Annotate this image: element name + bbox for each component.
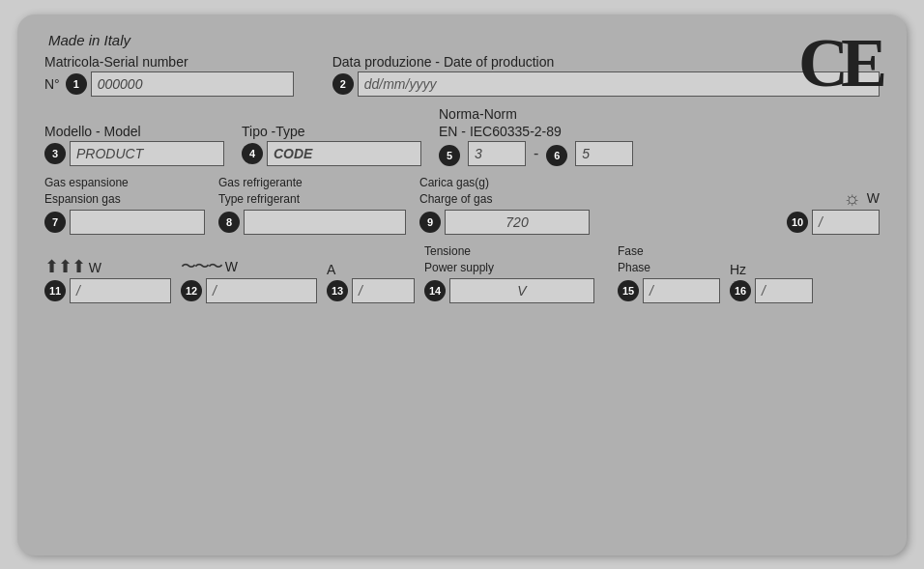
model-section: Modello - Model 3 PRODUCT: [44, 124, 224, 166]
hz-symbol-row: Hz: [730, 262, 880, 277]
gas-expansion-section: Gas espansione Espansion gas 7: [44, 176, 205, 235]
norma-box2: 5: [575, 141, 633, 166]
tipo-label: Tipo -Type: [242, 124, 421, 139]
sun-header-row: ☼ W: [843, 187, 880, 210]
tensione-box: V: [449, 278, 594, 303]
sun-field-row: 10 /: [787, 210, 880, 235]
carica-label2: Charge of gas: [419, 192, 603, 208]
norma-box1: 3: [468, 141, 526, 166]
field3-num: 3: [44, 143, 66, 164]
carica-label1: Carica gas(g): [419, 176, 603, 191]
ce-mark: CE: [798, 28, 880, 98]
el3-section: A 13 /: [327, 262, 415, 303]
el1-box: /: [70, 278, 171, 303]
el1-w-label: W: [89, 260, 101, 275]
row-electrical: ⬆⬆⬆ W 11 / 〜〜〜 W 12 /: [44, 244, 880, 303]
field14-num: 14: [424, 280, 446, 301]
fase-section: Fase Phase 15 /: [618, 244, 720, 303]
fase-box: /: [643, 278, 720, 303]
tensione-label2: Power supply: [424, 261, 608, 276]
model-label: Modello - Model: [44, 124, 224, 139]
tensione-section: Tensione Power supply 14 V: [424, 244, 608, 303]
hz-box: /: [755, 278, 813, 303]
carica-box: 720: [445, 210, 590, 235]
gas-exp-label1: Gas espansione: [44, 176, 205, 191]
tipo-section: Tipo -Type 4 CODE: [242, 124, 421, 166]
serial-field-row: N° 1 000000: [44, 71, 294, 97]
tipo-field-row: 4 CODE: [242, 141, 421, 166]
product-box: PRODUCT: [70, 141, 224, 166]
model-field-row: 3 PRODUCT: [44, 141, 224, 166]
hz-section: Hz 16 /: [730, 262, 880, 303]
row-gas: Gas espansione Espansion gas 7 Gas refri…: [44, 176, 880, 235]
el3-a-label: A: [327, 262, 335, 277]
field8-num: 8: [218, 212, 240, 233]
fase-label1: Fase: [618, 244, 720, 260]
serial-number-section: Matricola-Serial number N° 1 000000: [44, 54, 294, 97]
field11-num: 11: [44, 280, 66, 301]
field9-num: 9: [419, 212, 441, 233]
sun-section: ☼ W 10 /: [617, 187, 880, 235]
fase-label2: Phase: [618, 261, 720, 276]
gas-exp-label2: Espansion gas: [44, 192, 205, 208]
row-model-tipo-norma: Modello - Model 3 PRODUCT Tipo -Type 4 C…: [44, 106, 880, 166]
serial-box: 000000: [91, 71, 294, 97]
sun-icon: ☼: [843, 187, 860, 210]
code-box: CODE: [267, 141, 421, 166]
norma-label-main: Norma-Norm: [439, 106, 880, 122]
sun-box: /: [812, 210, 880, 235]
field7-num: 7: [44, 212, 66, 233]
norma-inner: 5 3 - 6 5: [439, 141, 880, 166]
field2-num: 2: [332, 73, 354, 95]
heat-icon: ⬆⬆⬆: [44, 257, 85, 276]
zigzag-icon: 〜〜〜: [181, 258, 221, 274]
hz-field-row: 16 /: [730, 278, 880, 303]
gas-ref-box: [244, 210, 406, 235]
gas-exp-field-row: 7: [44, 210, 205, 235]
fase-field-row: 15 /: [618, 278, 720, 303]
gas-ref-section: Gas refrigerante Type refrigerant 8: [218, 176, 406, 235]
field12-num: 12: [181, 280, 202, 301]
el1-field-row: 11 /: [44, 278, 171, 303]
el2-field-row: 12 /: [181, 278, 317, 303]
el3-box: /: [352, 278, 415, 303]
norma-label-sub: EN - IEC60335-2-89: [439, 124, 880, 139]
el2-w-label: W: [225, 259, 238, 274]
serial-label: Matricola-Serial number: [44, 54, 294, 70]
norma-dash: -: [534, 145, 538, 166]
label-card: CE Made in Italy Matricola-Serial number…: [17, 14, 907, 555]
el2-box: /: [206, 278, 317, 303]
el3-field-row: 13 /: [327, 278, 415, 303]
row-serial-date: Matricola-Serial number N° 1 000000 Data…: [44, 54, 880, 97]
field13-num: 13: [327, 280, 348, 301]
field16-num: 16: [730, 280, 751, 301]
el2-symbol-row: 〜〜〜 W: [181, 257, 317, 277]
field1-num: 1: [66, 73, 87, 95]
el1-symbol-row: ⬆⬆⬆ W: [44, 256, 171, 277]
made-in-italy: Made in Italy: [48, 32, 880, 48]
field4-num: 4: [242, 143, 263, 164]
el1-section: ⬆⬆⬆ W 11 /: [44, 256, 171, 303]
gas-ref-label2: Type refrigerant: [218, 192, 406, 208]
norma-section: Norma-Norm EN - IEC60335-2-89 5 3 - 6 5: [439, 106, 880, 166]
carica-section: Carica gas(g) Charge of gas 9 720: [419, 176, 603, 235]
field15-num: 15: [618, 280, 639, 301]
field10-num: 10: [787, 212, 808, 233]
gas-ref-field-row: 8: [218, 210, 406, 235]
el3-symbol-row: A: [327, 262, 415, 277]
hz-label: Hz: [730, 262, 746, 277]
field5-num: 5: [439, 145, 460, 166]
gas-exp-box: [70, 210, 205, 235]
carica-field-row: 9 720: [419, 210, 603, 235]
gas-ref-label1: Gas refrigerante: [218, 176, 406, 191]
sun-w-label: W: [867, 190, 880, 206]
field6-num: 6: [546, 145, 567, 166]
el2-section: 〜〜〜 W 12 /: [181, 257, 317, 303]
no-prefix: N°: [44, 76, 60, 92]
tensione-label1: Tensione: [424, 244, 608, 260]
tensione-field-row: 14 V: [424, 278, 608, 303]
